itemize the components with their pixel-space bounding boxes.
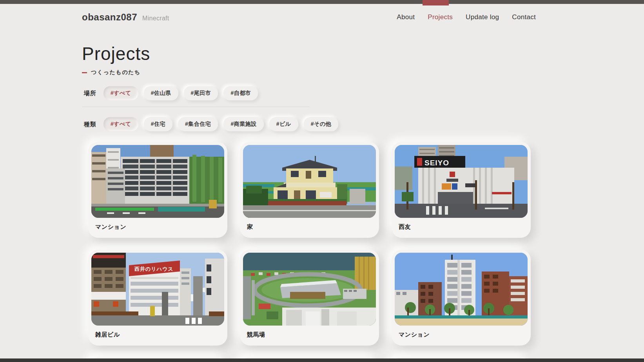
filter-row-location: 場所 #すべて #佐山県 #尾田市 #自都市 (82, 86, 536, 100)
filter-tag-type-other[interactable]: #その他 (304, 117, 338, 131)
minecraft-tower-scene (395, 253, 528, 326)
filter-tag-type-house[interactable]: #住宅 (144, 117, 172, 131)
projects-page: Projects つくったものたち 場所 #すべて #佐山県 #尾田市 #自都市… (82, 43, 536, 362)
filter-label-location: 場所 (84, 90, 98, 97)
filter-row-type: 種類 #すべて #住宅 #集合住宅 #商業施設 #ビル #その他 (82, 117, 536, 131)
top-accent-bar (0, 0, 644, 4)
project-title: マンション (91, 218, 224, 238)
project-title: 競馬場 (243, 326, 376, 346)
project-thumbnail-mansion-1 (91, 145, 224, 218)
filter-tag-location-jitoshi[interactable]: #自都市 (223, 86, 258, 100)
project-thumbnail-zakkyo-building: 西井のリハウス (91, 253, 224, 326)
site-logo-name: obasanz087 (82, 12, 137, 23)
seiyo-sign-text: SEIYO (424, 159, 449, 167)
active-nav-indicator (423, 0, 449, 5)
dash-icon (82, 72, 87, 73)
project-card-mansion-1[interactable]: マンション (88, 142, 227, 238)
filter-tag-location-sayama[interactable]: #佐山県 (144, 86, 178, 100)
project-card-house[interactable]: 家 (240, 142, 379, 238)
filter-label-type: 種類 (84, 121, 98, 128)
page-title: Projects (82, 43, 536, 64)
project-grid: マンション (88, 142, 536, 362)
filter-tag-location-all[interactable]: #すべて (103, 86, 138, 100)
filter-tag-type-commercial[interactable]: #商業施設 (223, 117, 263, 131)
project-title: 雑居ビル (91, 326, 224, 346)
site-header: obasanz087 Minecraft About Projects Upda… (82, 9, 536, 26)
project-title: マンション (395, 326, 528, 346)
project-card-mansion-2[interactable]: マンション (392, 250, 531, 346)
site-logo-subtitle: Minecraft (142, 15, 169, 22)
project-thumbnail-mansion-2 (395, 253, 528, 326)
page-subtitle: つくったものたち (82, 69, 536, 76)
filter-tag-type-building[interactable]: #ビル (269, 117, 298, 131)
minecraft-seiyu-store-scene: SEIYO (395, 145, 528, 218)
nav-projects[interactable]: Projects (428, 13, 453, 21)
project-card-racetrack[interactable]: 競馬場 (240, 250, 379, 346)
project-thumbnail-racetrack (243, 253, 376, 326)
minecraft-house-scene (243, 145, 376, 218)
main-nav: About Projects Update log Contact (384, 13, 536, 21)
page-subtitle-text: つくったものたち (91, 69, 141, 76)
minecraft-racetrack-scene (243, 253, 376, 326)
filter-tag-type-apartment[interactable]: #集合住宅 (178, 117, 218, 131)
building-sign-text: 西井のリハウス (134, 266, 174, 272)
filter-divider (82, 107, 310, 107)
minecraft-office-building-scene: 西井のリハウス (91, 253, 224, 326)
project-title: 西友 (395, 218, 528, 238)
project-thumbnail-house (243, 145, 376, 218)
site-logo[interactable]: obasanz087 Minecraft (82, 12, 169, 23)
nav-contact[interactable]: Contact (512, 13, 536, 21)
project-card-seiyu[interactable]: SEIYO (392, 142, 531, 238)
project-card-zakkyo-building[interactable]: 西井のリハウス (88, 250, 227, 346)
nav-update-log[interactable]: Update log (466, 13, 499, 21)
project-title: 家 (243, 218, 376, 238)
project-thumbnail-seiyu: SEIYO (395, 145, 528, 218)
nav-about[interactable]: About (397, 13, 415, 21)
minecraft-apartment-scene (91, 145, 224, 218)
filter-tag-location-odashi[interactable]: #尾田市 (184, 86, 218, 100)
bottom-edge-bar (0, 358, 644, 362)
filter-tag-type-all[interactable]: #すべて (103, 117, 138, 131)
